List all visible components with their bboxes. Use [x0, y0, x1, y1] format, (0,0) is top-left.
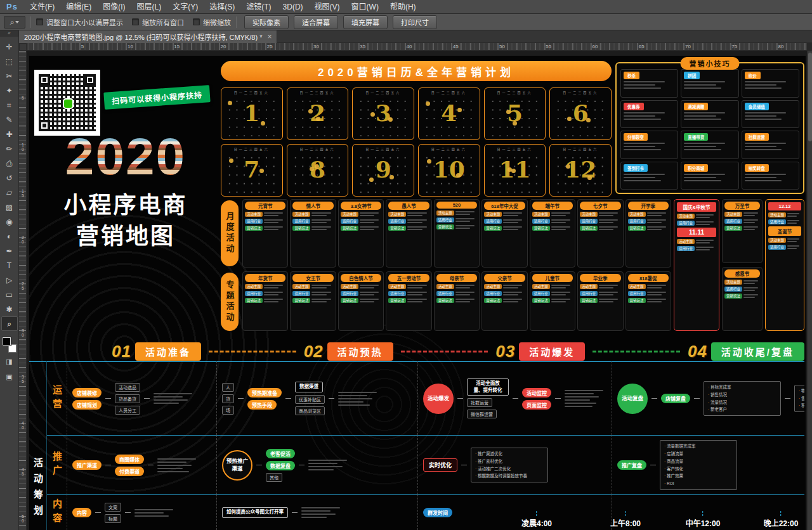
option-button[interactable]: 打印尺寸	[393, 15, 437, 29]
card-tag: 营销玩法	[388, 226, 406, 231]
quick-mask-button[interactable]: ◨	[1, 355, 18, 368]
menu-item[interactable]: 视图(V)	[309, 0, 346, 14]
horizontal-ruler: 5101520253035404550556065707580	[27, 43, 807, 51]
card-tag-row: 活动主题	[532, 212, 573, 217]
card-tag-row: 营销玩法	[532, 298, 573, 303]
option-checkbox[interactable]: 缩放所有窗口	[132, 17, 184, 27]
checkbox-label: 缩放所有窗口	[142, 17, 184, 27]
menu-item[interactable]: 图像(I)	[97, 0, 131, 14]
timeline-time: 凌晨4:00	[518, 517, 556, 528]
connector-line	[652, 398, 657, 399]
eraser-tool[interactable]: ▱	[1, 185, 18, 200]
pen-tool[interactable]: ✒	[1, 243, 18, 258]
card-tag: 适用行业	[580, 219, 598, 224]
brush-tool[interactable]: ✏	[1, 141, 18, 156]
shape-tool[interactable]: ▭	[1, 287, 18, 302]
festival-card: 女王节活动主题适用行业营销玩法	[290, 271, 336, 331]
card-tag-row: 营销玩法	[341, 298, 381, 303]
hand-tool[interactable]: ✱	[1, 302, 18, 316]
menu-item[interactable]: 图层(L)	[131, 0, 167, 14]
card-text-lines	[455, 224, 477, 229]
menu-item[interactable]: 窗口(W)	[346, 0, 384, 14]
clone-stamp-tool[interactable]: ⎙	[1, 156, 18, 171]
path-selection-tool[interactable]: ▷	[1, 273, 18, 287]
zoom-tool-options-icon[interactable]: ⌕	[4, 16, 25, 29]
card-text-lines	[647, 212, 669, 216]
festival-card: 情人节活动主题适用行业营销玩法	[290, 199, 336, 268]
node-column: 老客促活数据复盘其他	[266, 449, 295, 482]
card-tag-row: 营销玩法	[436, 298, 477, 303]
highlight-date	[229, 158, 233, 163]
checkbox-icon[interactable]	[132, 18, 139, 25]
quick-selection-tool[interactable]: ✦	[1, 83, 18, 98]
option-checkbox[interactable]: 细微缩放	[193, 17, 231, 27]
menu-item[interactable]: 文件(F)	[24, 0, 60, 14]
healing-brush-tool[interactable]: ✚	[1, 127, 18, 141]
card-tag-row: 适用行业	[768, 245, 801, 250]
festival-card-title: 年货节	[245, 274, 285, 282]
card-tag-row: 活动主题	[677, 214, 716, 219]
foreground-color-swatch[interactable]	[3, 337, 11, 346]
eyedropper-tool[interactable]: ✎	[1, 112, 18, 127]
ruler-label: 55	[546, 44, 551, 49]
map-node: 商圈媒体	[115, 455, 144, 464]
calendar-weekdays: 日一二三四五六	[422, 146, 476, 151]
option-button[interactable]: 填充屏幕	[343, 15, 388, 29]
dodge-tool[interactable]: ◐	[1, 229, 18, 243]
card-tag-row: 适用行业	[292, 219, 333, 224]
lasso-tool[interactable]: ✂	[1, 68, 18, 83]
screen-mode-button[interactable]: ▣	[1, 370, 18, 383]
menu-item[interactable]: 帮助(H)	[384, 0, 422, 14]
blur-tool[interactable]: ◉	[1, 214, 18, 229]
calendar-month-number: 8	[287, 152, 348, 186]
history-brush-tool[interactable]: ↺	[1, 171, 18, 185]
list-item: 流量情况	[708, 399, 776, 406]
checkbox-icon[interactable]	[193, 18, 200, 25]
card-tag-row: 适用行业	[677, 221, 716, 226]
checkbox-icon[interactable]	[36, 18, 43, 25]
ruler-label: 20	[221, 44, 226, 49]
menu-item[interactable]: 编辑(E)	[60, 0, 97, 14]
menu-list: 文件(F)编辑(E)图像(I)图层(L)文字(Y)选择(S)滤镜(T)3D(D)…	[24, 0, 422, 13]
marquee-tool[interactable]: ⬚	[1, 54, 18, 68]
vertical-scrollbar[interactable]	[807, 51, 812, 530]
card-tag-row: 营销玩法	[628, 298, 669, 303]
tools-panel-collapse[interactable]: «	[0, 30, 18, 37]
clone-stamp-icon: ⎙	[6, 159, 13, 168]
map-node: 活动全面放量、提升转化	[467, 378, 509, 396]
document-tab[interactable]: 2020小程序电商营销地图.jpg @ 12.5% (扫码可以获得小程序扶持, …	[19, 30, 277, 43]
option-button[interactable]: 实际像素	[244, 15, 289, 29]
card-text-lines	[551, 226, 573, 230]
festival-card: 元宵节活动主题适用行业营销玩法	[242, 199, 288, 268]
menu-item[interactable]: 3D(D)	[277, 0, 309, 14]
card-tag: 适用行业	[292, 219, 310, 224]
option-button[interactable]: 适合屏幕	[294, 15, 338, 29]
connector-line	[105, 465, 111, 465]
document-canvas[interactable]: 扫码可以获得小程序扶持 2020 小程序电商 营销地图 2020营销日历&全年营…	[27, 51, 807, 530]
list-item: 销售情况	[708, 391, 776, 399]
tip-title: 满减满赠	[684, 103, 708, 110]
card-text-lines	[360, 219, 381, 223]
menu-item[interactable]: 文字(Y)	[167, 0, 204, 14]
card-text-lines	[551, 298, 573, 302]
menu-item[interactable]: 选择(S)	[204, 0, 240, 14]
gradient-tool[interactable]: ▨	[1, 200, 18, 214]
options-bar: ⌕ 调整窗口大小以满屏显示缩放所有窗口细微缩放 实际像素适合屏幕填充屏幕打印尺寸	[0, 14, 812, 30]
scrollbar-thumb[interactable]	[808, 53, 812, 141]
card-tag: 活动主题	[436, 210, 454, 216]
menu-item[interactable]: 滤镜(T)	[240, 0, 277, 14]
crop-tool[interactable]: ⌗	[1, 98, 18, 112]
tab-close-button[interactable]: ×	[267, 32, 272, 41]
zoom-tool[interactable]: ⌕	[1, 316, 18, 331]
highlight-card-title: 11.11	[677, 228, 716, 237]
type-tool[interactable]: T	[1, 258, 18, 273]
card-tag: 营销玩法	[532, 298, 550, 303]
ruler-label: 65	[639, 44, 645, 49]
map-node: 人	[222, 383, 234, 392]
card-text-lines	[503, 291, 525, 295]
color-swatches[interactable]	[3, 337, 16, 352]
node-column: 店铺装修店铺规划	[72, 388, 102, 410]
map-node: 商品浏览区	[295, 406, 325, 415]
option-checkbox[interactable]: 调整窗口大小以满屏显示	[36, 17, 123, 27]
move-tool[interactable]: ✛	[1, 39, 18, 54]
